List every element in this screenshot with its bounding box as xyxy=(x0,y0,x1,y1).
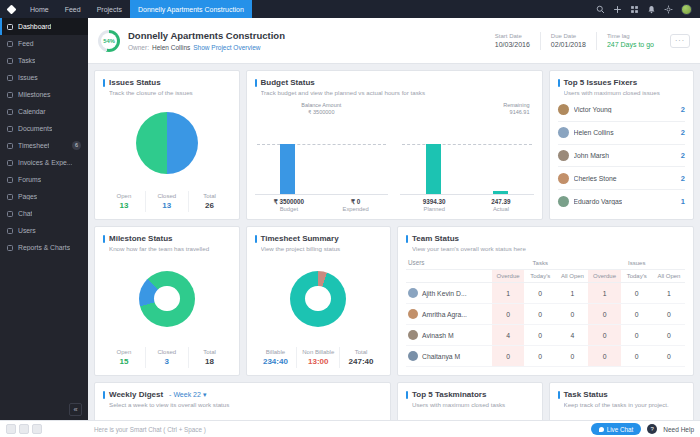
list-item[interactable]: Helen Collins2 xyxy=(558,122,686,145)
sidebar-item-reports[interactable]: Reports & Charts xyxy=(0,239,88,256)
remaining-value: 9146.91 xyxy=(400,109,530,116)
fixer-count[interactable]: 2 xyxy=(681,174,685,183)
search-icon[interactable] xyxy=(596,5,605,14)
dock-app-icon-3[interactable] xyxy=(32,424,42,434)
legend-label: Closed xyxy=(146,193,188,199)
cell-tasks-overdue[interactable]: 1 xyxy=(492,283,524,304)
actual-bar[interactable] xyxy=(493,191,508,194)
sidebar-item-forums[interactable]: Forums xyxy=(0,171,88,188)
cell-tasks-overdue[interactable]: 4 xyxy=(492,325,524,346)
legend-value[interactable]: 13:00 xyxy=(297,357,339,366)
sidebar-item-milestones[interactable]: Milestones xyxy=(0,86,88,103)
cell-issues-today[interactable]: 0 xyxy=(621,283,653,304)
apps-grid-icon[interactable] xyxy=(630,5,639,14)
divider xyxy=(596,32,597,50)
live-chat-button[interactable]: Live Chat xyxy=(591,423,642,435)
dock-app-icon-1[interactable] xyxy=(6,424,16,434)
logo-icon xyxy=(6,4,16,14)
cell-tasks-overdue[interactable]: 0 xyxy=(492,304,524,325)
card-accent xyxy=(406,391,408,399)
collapse-sidebar-icon[interactable]: « xyxy=(69,403,82,416)
sidebar-item-calendar[interactable]: Calendar xyxy=(0,103,88,120)
cell-tasks-open[interactable]: 0 xyxy=(556,346,588,367)
cell-issues-overdue[interactable]: 0 xyxy=(588,325,620,346)
need-help-icon[interactable]: ? xyxy=(647,424,657,434)
week-selector[interactable]: - Week 22▾ xyxy=(169,391,206,399)
sidebar-item-issues[interactable]: Issues xyxy=(0,69,88,86)
cell-tasks-today[interactable]: 0 xyxy=(524,283,556,304)
legend-value[interactable]: 13 xyxy=(103,201,145,210)
list-item[interactable]: Victor Young2 xyxy=(558,99,686,122)
cell-tasks-overdue[interactable]: 0 xyxy=(492,346,524,367)
column-header: Overdue xyxy=(492,270,524,283)
list-item[interactable]: John Marsh2 xyxy=(558,145,686,168)
cell-issues-open[interactable]: 1 xyxy=(653,283,685,304)
legend-label: Total xyxy=(189,193,231,199)
legend-value[interactable]: 234:40 xyxy=(255,357,297,366)
cell-issues-open[interactable]: 0 xyxy=(653,325,685,346)
sidebar-item-dashboard[interactable]: Dashboard xyxy=(0,18,88,35)
legend-value[interactable]: 18 xyxy=(189,357,231,366)
list-item[interactable]: Eduardo Vargas1 xyxy=(558,190,686,212)
table-row[interactable]: Ajith Kevin D... 1 0 1 1 0 1 xyxy=(406,283,685,304)
show-project-overview-link[interactable]: Show Project Overview xyxy=(193,44,260,51)
member-name: Avinash M xyxy=(422,332,454,339)
cell-tasks-open[interactable]: 4 xyxy=(556,325,588,346)
nav-home[interactable]: Home xyxy=(22,0,57,18)
cell-tasks-today[interactable]: 0 xyxy=(524,346,556,367)
cell-tasks-today[interactable]: 0 xyxy=(524,304,556,325)
cell-issues-today[interactable]: 0 xyxy=(621,304,653,325)
sidebar-item-chat[interactable]: Chat xyxy=(0,205,88,222)
need-help-label[interactable]: Need Help xyxy=(663,426,694,433)
sidebar-item-invoices[interactable]: Invoices & Expe... xyxy=(0,154,88,171)
user-avatar[interactable] xyxy=(681,4,692,15)
legend-value[interactable]: 3 xyxy=(146,357,188,366)
legend-value[interactable]: 13 xyxy=(146,201,188,210)
navbar-actions xyxy=(596,0,700,18)
table-row[interactable]: Avinash M 4 0 4 0 0 0 xyxy=(406,325,685,346)
more-options-button[interactable]: ··· xyxy=(670,34,690,48)
nav-projects[interactable]: Projects xyxy=(89,0,130,18)
app-logo[interactable] xyxy=(0,0,22,18)
fixer-count[interactable]: 1 xyxy=(681,197,685,206)
cell-issues-open[interactable]: 0 xyxy=(653,346,685,367)
legend-value[interactable]: 26 xyxy=(189,201,231,210)
card-subtitle: Select a week to view its overall work s… xyxy=(109,401,382,408)
sidebar-item-users[interactable]: Users xyxy=(0,222,88,239)
cell-tasks-today[interactable]: 0 xyxy=(524,325,556,346)
settings-gear-icon[interactable] xyxy=(664,5,673,14)
fixer-count[interactable]: 2 xyxy=(681,151,685,160)
bell-icon[interactable] xyxy=(647,5,656,14)
fixer-count[interactable]: 2 xyxy=(681,105,685,114)
cell-issues-overdue[interactable]: 0 xyxy=(588,346,620,367)
sidebar-item-tasks[interactable]: Tasks xyxy=(0,52,88,69)
cell-issues-overdue[interactable]: 1 xyxy=(588,283,620,304)
legend-value[interactable]: 15 xyxy=(103,357,145,366)
planned-bar[interactable] xyxy=(426,144,441,194)
table-row[interactable]: Amritha Agra... 0 0 0 0 0 0 xyxy=(406,304,685,325)
sidebar-item-feed[interactable]: Feed xyxy=(0,35,88,52)
dock-app-icon-2[interactable] xyxy=(19,424,29,434)
cell-issues-today[interactable]: 0 xyxy=(621,325,653,346)
sidebar-item-pages[interactable]: Pages xyxy=(0,188,88,205)
sidebar-item-documents[interactable]: Documents xyxy=(0,120,88,137)
table-row[interactable]: Chaitanya M 0 0 0 0 0 0 xyxy=(406,346,685,367)
cell-tasks-open[interactable]: 0 xyxy=(556,304,588,325)
fixer-count[interactable]: 2 xyxy=(681,128,685,137)
cell-issues-open[interactable]: 0 xyxy=(653,304,685,325)
cell-issues-today[interactable]: 0 xyxy=(621,346,653,367)
chat-icon xyxy=(7,211,13,217)
budget-bar[interactable] xyxy=(280,144,295,194)
sidebar-item-timesheet[interactable]: Timesheet6 xyxy=(0,137,88,154)
cell-tasks-open[interactable]: 1 xyxy=(556,283,588,304)
smart-chat-hint[interactable]: Here is your Smart Chat ( Ctrl + Space ) xyxy=(94,426,206,433)
nav-feed[interactable]: Feed xyxy=(57,0,89,18)
owner-name[interactable]: Helen Collins xyxy=(152,44,190,51)
list-item[interactable]: Cherles Stone2 xyxy=(558,167,686,190)
add-icon[interactable] xyxy=(613,5,622,14)
legend-value[interactable]: 247:40 xyxy=(340,357,382,366)
column-header: All Open xyxy=(653,270,685,283)
card-issues-status: Issues Status Track the closure of the i… xyxy=(94,70,240,220)
cell-issues-overdue[interactable]: 0 xyxy=(588,304,620,325)
tab-active-project[interactable]: Donnelly Apartments Construction xyxy=(130,0,252,18)
